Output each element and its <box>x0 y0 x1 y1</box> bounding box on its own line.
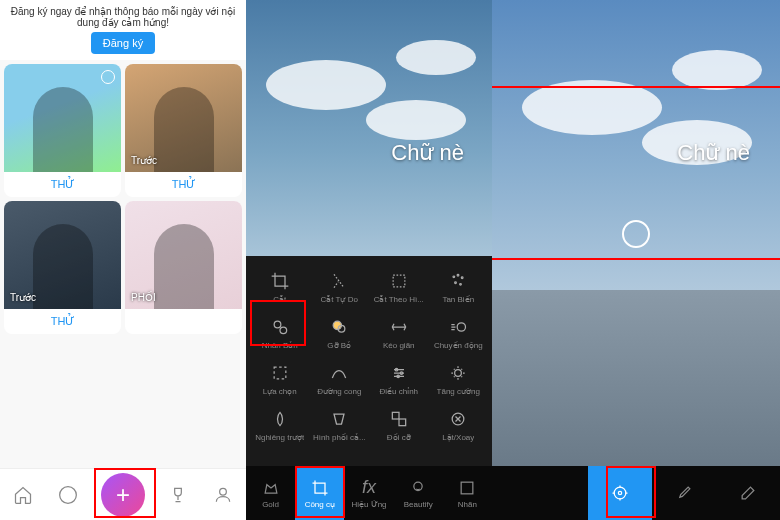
home-panel: Đăng ký ngay để nhận thông báo mỗi ngày … <box>0 0 246 520</box>
tool-select[interactable]: Lựa chọn <box>250 356 310 402</box>
profile-icon[interactable] <box>211 483 235 507</box>
guide-line <box>492 86 780 88</box>
svg-point-6 <box>460 284 462 286</box>
tool-stretch[interactable]: Kéo giãn <box>369 310 429 356</box>
text-overlay[interactable]: Chữ nè <box>391 140 464 166</box>
svg-point-2 <box>453 276 455 278</box>
template-card[interactable]: THỬ <box>4 64 121 197</box>
svg-point-0 <box>220 488 227 495</box>
mix-badge: PHỐI <box>131 292 156 303</box>
try-label: THỬ <box>4 309 121 334</box>
tool-freecrop[interactable]: Cắt Tự Do <box>310 264 370 310</box>
svg-point-7 <box>274 321 281 328</box>
trophy-icon[interactable] <box>166 483 190 507</box>
bottom-nav: + <box>0 468 246 520</box>
tool-disperse[interactable]: Tan Biến <box>429 264 489 310</box>
svg-point-22 <box>614 487 626 499</box>
tool-clone[interactable]: Nhân Bản <box>250 310 310 356</box>
svg-rect-17 <box>392 412 399 419</box>
tool-resize[interactable]: Đổi cỡ <box>369 402 429 448</box>
try-label: THỬ <box>4 172 121 197</box>
tab-fx[interactable]: fxHiệu Ứng <box>344 466 393 520</box>
home-icon[interactable] <box>11 483 35 507</box>
refresh-icon <box>101 70 115 84</box>
tool-crop[interactable]: Cắt <box>250 264 310 310</box>
tool-shapecrop[interactable]: Cắt Theo Hì... <box>369 264 429 310</box>
tool-curve[interactable]: Đường cong <box>310 356 370 402</box>
svg-point-11 <box>457 323 465 331</box>
tool-flip[interactable]: Lật/Xoay <box>429 402 489 448</box>
clone-target-button[interactable] <box>588 466 652 520</box>
tools-grid: Cắt Cắt Tự Do Cắt Theo Hì... Tan Biến Nh… <box>246 256 492 456</box>
tool-perspective[interactable]: Hình phối cả... <box>310 402 370 448</box>
svg-point-5 <box>455 282 457 284</box>
register-button[interactable]: Đăng ký <box>91 32 155 54</box>
tab-sticker[interactable]: Nhãn <box>443 466 492 520</box>
svg-rect-18 <box>399 419 406 426</box>
tool-adjust[interactable]: Điều chỉnh <box>369 356 429 402</box>
tab-beautify[interactable]: Beautify <box>394 466 443 520</box>
svg-rect-1 <box>393 275 405 287</box>
canvas-preview[interactable]: Chữ nè <box>492 0 780 466</box>
tab-gold[interactable]: Gold <box>246 466 295 520</box>
svg-point-4 <box>462 277 464 279</box>
eraser-button[interactable] <box>716 466 780 520</box>
template-card[interactable]: Trước THỬ <box>125 64 242 197</box>
editor-panel: Chữ nè Cắt Cắt Tự Do Cắt Theo Hì... Tan … <box>246 0 492 520</box>
brush-button[interactable] <box>652 466 716 520</box>
clone-toolbar <box>492 466 780 520</box>
add-button[interactable]: + <box>101 473 145 517</box>
template-card[interactable]: Trước THỬ <box>4 201 121 334</box>
svg-point-3 <box>457 274 459 276</box>
svg-rect-12 <box>274 367 286 379</box>
tool-enhance[interactable]: Tăng cường <box>429 356 489 402</box>
tool-tilt[interactable]: Nghiêng trượt <box>250 402 310 448</box>
tool-motion[interactable]: Chuyển động <box>429 310 489 356</box>
guide-line <box>492 258 780 260</box>
svg-point-23 <box>618 491 621 494</box>
clone-cursor-icon[interactable] <box>622 220 650 248</box>
tab-bar: Gold Công cụ fxHiệu Ứng Beautify Nhãn <box>246 466 492 520</box>
explore-icon[interactable] <box>56 483 80 507</box>
promo-header: Đăng ký ngay để nhận thông báo mỗi ngày … <box>0 0 246 60</box>
canvas-preview[interactable]: Chữ nè <box>246 0 492 256</box>
before-badge: Trước <box>10 292 36 303</box>
svg-rect-21 <box>462 482 474 494</box>
tool-remove[interactable]: Gỡ Bỏ <box>310 310 370 356</box>
svg-point-16 <box>455 370 462 377</box>
template-card[interactable]: PHỐI . <box>125 201 242 334</box>
try-label: THỬ <box>125 172 242 197</box>
tab-tools[interactable]: Công cụ <box>295 466 344 520</box>
template-grid: THỬ Trước THỬ Trước THỬ PHỐI . <box>0 60 246 342</box>
text-overlay[interactable]: Chữ nè <box>677 140 750 166</box>
clone-panel: Chữ nè <box>492 0 780 520</box>
promo-text: Đăng ký ngay để nhận thông báo mỗi ngày … <box>10 6 236 28</box>
svg-point-8 <box>280 327 287 334</box>
before-badge: Trước <box>131 155 157 166</box>
